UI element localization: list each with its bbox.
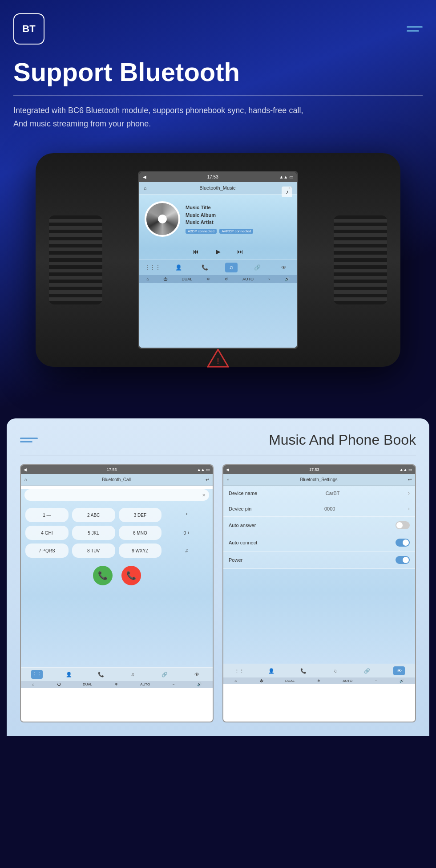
auto-connect-row[interactable]: Auto connect (223, 534, 415, 552)
settings-nav-contacts[interactable]: 👤 (266, 666, 277, 675)
auto-connect-label: Auto connect (229, 540, 257, 545)
nav-music-icon[interactable]: ♫ (225, 263, 238, 272)
action-fan: ~ (268, 277, 270, 281)
dial-key-2[interactable]: 2 ABC (72, 508, 115, 522)
hamburger-menu-icon[interactable] (407, 26, 423, 32)
dial-key-hash[interactable]: # (165, 544, 208, 558)
music-area: Music Title Music Album Music Artist A2D… (139, 195, 297, 243)
dial-key-5[interactable]: 5 JKL (72, 526, 115, 540)
nav-contacts-icon[interactable]: 👤 (173, 263, 185, 272)
phone-back-arrow: ◀ (24, 467, 27, 472)
phone-action-bar: ⌂ ⏻ DUAL ❄ AUTO ~ 🔊 (21, 681, 213, 688)
device-name-row[interactable]: Device name CarBT › (223, 486, 415, 501)
dial-grid: 1 — 2 ABC 3 DEF * 4 GHI 5 JKL 6 MNO 0 + … (21, 504, 213, 561)
auto-connect-toggle[interactable] (396, 539, 410, 547)
phone-screen: ◀ 17:53 ▲▲ ▭ ⌂ Bluetooth_Call ↩ ✕ 1 — 2 … (20, 464, 214, 722)
phone-nav-phone[interactable]: 📞 (95, 670, 107, 679)
dial-key-6[interactable]: 6 MNO (119, 526, 162, 540)
bottom-header: Music And Phone Book (20, 432, 416, 448)
music-artist-text: Music Artist (186, 219, 291, 226)
device-name-value: CarBT (326, 491, 340, 496)
car-display: ◀ 17:53 ▲▲ ▭ ⌂ Bluetooth_Music ↩ Music T… (13, 144, 423, 376)
dual-screens: ◀ 17:53 ▲▲ ▭ ⌂ Bluetooth_Call ↩ ✕ 1 — 2 … (20, 464, 416, 722)
auto-answer-toggle[interactable] (396, 521, 410, 529)
phone-nav-music[interactable]: ♫ (127, 670, 138, 679)
phone-nav-contacts[interactable]: 👤 (63, 670, 75, 679)
phone-action-dual: DUAL (83, 682, 92, 686)
phone-action-fan: ~ (173, 682, 175, 686)
nav-phone-icon[interactable]: 📞 (199, 263, 211, 272)
action-dual: DUAL (182, 277, 192, 281)
power-toggle[interactable] (396, 556, 410, 564)
settings-nav-phone[interactable]: 📞 (298, 666, 309, 675)
bottom-title: Music And Phone Book (269, 432, 416, 448)
end-call-button[interactable]: 📞 (121, 566, 141, 585)
action-recycle: ↺ (225, 277, 228, 281)
settings-nav-home[interactable]: ⋮⋮ (234, 666, 245, 675)
svg-text:!: ! (217, 357, 219, 366)
settings-action-auto: AUTO (343, 679, 352, 683)
answer-call-button[interactable]: 📞 (93, 566, 113, 585)
home-icon: ⌂ (144, 185, 147, 191)
phone-action-home: ⌂ (32, 682, 34, 686)
hero-divider (13, 95, 423, 96)
phone-time: 17:53 (107, 467, 117, 472)
settings-action-vol: 🔊 (400, 679, 404, 683)
bottom-hamburger-icon[interactable] (20, 438, 38, 442)
bottom-divider (20, 455, 416, 455)
action-home: ⌂ (146, 277, 149, 281)
top-section: BT Support Bluetooth Integrated with BC6… (0, 0, 436, 427)
action-vol: 🔊 (285, 277, 290, 281)
prev-button[interactable]: ⏮ (191, 247, 200, 256)
music-album-text: Music Album (186, 211, 291, 219)
dial-key-8[interactable]: 8 TUV (72, 544, 115, 558)
nav-home-icon[interactable]: ⋮⋮⋮ (146, 263, 159, 272)
screen-content: ⌂ Bluetooth_Music ↩ Music Title Music Al… (139, 182, 297, 348)
settings-screen-title: Bluetooth_Settings (300, 477, 338, 482)
play-button[interactable]: ▶ (214, 247, 222, 256)
device-pin-value: 0000 (324, 506, 335, 511)
power-row[interactable]: Power (223, 552, 415, 569)
nav-link-icon[interactable]: 🔗 (251, 263, 264, 272)
back-arrow-icon: ◀ (143, 174, 146, 179)
phone-action-auto: AUTO (140, 682, 150, 686)
nav-eye-icon[interactable]: 👁 (278, 263, 290, 272)
phone-nav-eye[interactable]: 👁 (191, 670, 202, 679)
phone-status-bar: ◀ 17:53 ▲▲ ▭ (21, 465, 213, 474)
bt-logo-icon: BT (13, 13, 44, 45)
dial-key-4[interactable]: 4 GHI (25, 526, 69, 540)
dial-search-clear[interactable]: ✕ (202, 493, 206, 498)
settings-nav-music[interactable]: ♫ (329, 666, 341, 675)
avrcp-badge: AVRCP connected (219, 229, 253, 234)
settings-nav-link[interactable]: 🔗 (361, 666, 373, 675)
next-button[interactable]: ⏭ (236, 247, 245, 256)
settings-status-bar: ◀ 17:53 ▲▲ ▭ (223, 465, 415, 474)
music-info: Music Title Music Album Music Artist A2D… (186, 204, 291, 234)
dial-key-star[interactable]: * (165, 508, 208, 522)
screen-title: Bluetooth_Music (199, 185, 235, 191)
action-auto: AUTO (242, 277, 254, 281)
phone-action-ac: ❄ (115, 682, 118, 686)
settings-back-icon: ↩ (408, 477, 412, 482)
phone-status-icons: ▲▲ ▭ (197, 467, 210, 472)
phone-nav-link[interactable]: 🔗 (159, 670, 170, 679)
phone-nav-home[interactable]: ⋮⋮ (31, 670, 43, 679)
settings-body: Device name CarBT › Device pin 0000 › Au… (223, 486, 415, 664)
auto-answer-row[interactable]: Auto answer (223, 517, 415, 534)
dial-key-3[interactable]: 3 DEF (119, 508, 162, 522)
action-power: ⏻ (163, 277, 167, 281)
dial-key-9[interactable]: 9 WXYZ (119, 544, 162, 558)
auto-answer-label: Auto answer (229, 523, 256, 528)
dial-search-bar[interactable]: ✕ (24, 489, 209, 501)
device-pin-label: Device pin (229, 506, 251, 511)
power-label: Power (229, 557, 242, 563)
dial-key-0[interactable]: 0 + (165, 526, 208, 540)
dial-key-7[interactable]: 7 PQRS (25, 544, 69, 558)
settings-nav-eye[interactable]: 👁 (393, 666, 405, 675)
device-pin-row[interactable]: Device pin 0000 › (223, 501, 415, 517)
head-unit-screen: ◀ 17:53 ▲▲ ▭ ⌂ Bluetooth_Music ↩ Music T… (138, 171, 298, 349)
dial-key-1[interactable]: 1 — (25, 508, 69, 522)
hero-description: Integrated with BC6 Bluetooth module, su… (13, 104, 325, 131)
settings-nav: ⋮⋮ 👤 📞 ♫ 🔗 👁 (223, 664, 415, 677)
phone-screen-title: Bluetooth_Call (102, 477, 131, 482)
